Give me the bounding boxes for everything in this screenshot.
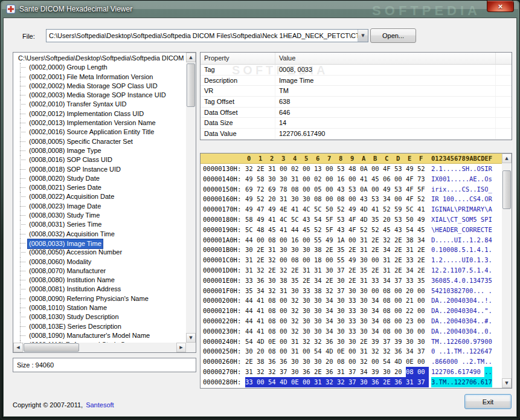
hex-byte[interactable]: 31 [268,164,280,174]
tree-item-label[interactable]: (0002,0013) Implementation Version Name [27,118,158,128]
hex-byte[interactable]: 41 [268,215,280,225]
hex-byte[interactable]: 00 [257,235,268,245]
hex-byte-selected[interactable]: 00 [257,377,268,387]
hex-byte[interactable]: 30 [348,337,360,347]
hex-byte[interactable]: 2E [417,255,429,265]
hex-byte[interactable]: 00 [371,286,383,296]
hex-byte[interactable]: 00 [303,235,314,245]
hex-byte[interactable]: 2E [371,235,383,245]
tree-item[interactable]: (0008,0031) Series Time [14,220,186,229]
hex-byte[interactable]: 16 [291,235,303,245]
tree-item-label[interactable]: (0008,1030) Study Description [27,312,121,321]
hex-byte[interactable]: 08 [268,326,280,337]
hex-byte[interactable]: 32 [291,326,303,337]
hex-byte[interactable]: 2E [257,245,268,255]
hex-byte[interactable]: 2E [257,164,268,174]
hex-byte[interactable]: 45 [371,174,383,184]
hex-byte[interactable]: 08 [337,194,348,204]
hex-byte[interactable]: 30 [360,255,371,265]
hex-byte[interactable]: 37 [394,276,406,286]
santesoft-link[interactable]: Santesoft [86,401,114,409]
hex-byte[interactable]: 53 [337,215,348,225]
hex-byte[interactable]: 49 [348,255,360,265]
hex-byte[interactable]: 13 [314,164,326,174]
hex-byte[interactable]: 45 [417,225,429,235]
hex-byte[interactable]: 2E [303,276,314,286]
hex-byte[interactable]: 31 [291,337,303,347]
hex-byte[interactable]: 55 [337,255,348,265]
hex-byte[interactable]: 00 [303,184,314,195]
tree-item-label[interactable]: (0008,0080) Institution Name [27,276,117,285]
hex-ascii-char[interactable]: E [488,225,492,235]
tree-item-label[interactable]: (0008,0031) Series Time [27,220,103,229]
hex-byte[interactable]: 36 [280,357,291,367]
scroll-left-arrow-icon[interactable]: ◀ [13,343,23,352]
tree-item[interactable]: (0008,0032) Acquisition Time [14,230,186,239]
hex-byte[interactable]: 08 [383,286,394,296]
tree-item-label[interactable]: (0008,0090) Referring Physician's Name [27,294,150,303]
hex-byte[interactable]: 00 [280,346,291,357]
hex-byte[interactable]: 33 [348,296,360,306]
hex-byte-selected[interactable]: 36 [394,377,406,387]
hex-ascii-char[interactable]: . [488,357,492,367]
hex-byte[interactable]: 52 [257,194,268,204]
hex-byte[interactable]: 34 [383,276,394,286]
tree-item-label[interactable]: (0002,0016) Source Application Entity Ti… [27,128,156,137]
hex-byte[interactable]: 4F [406,184,417,195]
hex-byte[interactable]: 20 [394,367,406,377]
hex-byte[interactable]: 4F [406,194,417,204]
tree-item[interactable]: (0008,0033) Image Time [14,239,186,248]
hex-byte[interactable]: 00 [417,326,429,337]
tree-item-label[interactable]: (0008,0008) Image Type [27,146,103,155]
hex-byte[interactable]: 34 [417,235,429,245]
hex-byte[interactable]: 00 [326,184,337,195]
hex-byte[interactable]: 21 [406,296,417,306]
hex-byte[interactable]: 34 [406,265,417,276]
hex-byte[interactable]: 35 [417,276,429,286]
hex-byte[interactable]: 30 [406,326,417,337]
hex-byte[interactable]: 54 [383,357,394,367]
hex-byte[interactable]: 00 [280,255,291,265]
tree-item[interactable]: (0008,103E) Series Description [14,322,186,331]
hex-byte[interactable]: 52 [417,164,429,174]
hex-byte[interactable]: 30 [268,174,280,184]
hex-byte[interactable]: 32 [326,286,337,296]
hex-byte[interactable]: 00 [394,174,406,184]
hex-byte[interactable]: 31 [360,235,371,245]
hex-byte[interactable]: 30 [337,337,348,347]
hex-byte[interactable]: 43 [337,225,348,235]
hex-byte[interactable]: 39 [371,337,383,347]
hex-byte[interactable]: 37 [337,265,348,276]
hex-byte[interactable]: 2E [348,276,360,286]
hex-byte[interactable]: 43 [337,184,348,195]
tree-item[interactable]: (0002,0002) Media Storage SOP Class UID [14,82,186,91]
hex-byte[interactable]: 52 [417,194,429,204]
hex-byte[interactable]: 4F [348,215,360,225]
hex-byte[interactable]: 00 [280,235,291,245]
hex-byte[interactable]: 0A [360,184,371,195]
hex-byte[interactable]: 08 [383,326,394,337]
tree-item[interactable]: (0008,0060) Modality [14,257,186,267]
hex-byte[interactable]: 30 [383,367,394,377]
hex-byte-selected[interactable]: 33 [245,377,257,387]
hex-byte[interactable]: 37 [383,337,394,347]
hex-byte[interactable]: 2E [291,265,303,276]
hex-byte[interactable]: 30 [314,296,326,306]
hex-ascii-char[interactable]: 7 [488,346,492,357]
tree-item[interactable]: (0008,0005) Specific Character Set [14,137,186,146]
hex-ascii-char[interactable]: . [488,296,492,306]
hex-byte[interactable]: 31 [360,276,371,286]
hex-ascii-char[interactable]: R [488,194,492,204]
hex-ascii-char[interactable]: 0 [488,337,492,347]
hex-byte[interactable]: 0E [337,346,348,357]
hex-byte[interactable]: 53 [371,194,383,204]
tree-item[interactable]: (0008,0021) Series Date [14,183,186,192]
hex-byte[interactable]: 32 [314,337,326,347]
hex-byte[interactable]: 32 [257,367,268,377]
combo-dropdown-button[interactable]: ▼ [358,30,368,42]
hex-byte[interactable]: 30 [245,245,257,255]
hex-ascii-char-selected[interactable]: 7 [488,377,492,387]
hex-byte[interactable]: 39 [371,367,383,377]
hex-byte[interactable]: 43 [360,194,371,204]
hex-byte[interactable]: 2E [314,367,326,377]
